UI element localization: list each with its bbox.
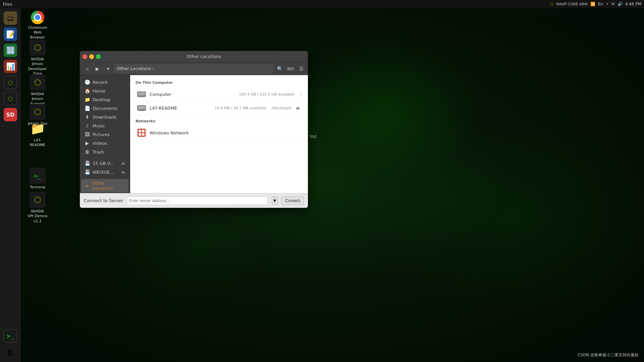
breadcrumb: Other Locations › — [114, 64, 274, 73]
dock-item-nvidia1[interactable]: ⬡ — [2, 75, 18, 90]
l4t-eject-button[interactable]: ⏏ — [294, 105, 301, 111]
dock-item-files[interactable]: 🗂 — [2, 11, 18, 25]
taskbar-left: Files — [3, 2, 12, 7]
volume-icon[interactable]: 🔊 — [618, 2, 623, 6]
videos-icon: ▶ — [85, 140, 90, 146]
sidebar-item-pictures[interactable]: 🖼 Pictures — [81, 130, 128, 139]
music-label: Music — [93, 123, 105, 128]
svg-rect-1 — [138, 92, 145, 96]
nvidia2-icon: ⬡ — [8, 96, 13, 102]
view-list-button[interactable]: ☰ — [297, 64, 306, 73]
window-maximize-button[interactable] — [96, 54, 101, 59]
drive-15gb-label: 15 GB V... — [93, 161, 114, 166]
l4t-readme-name: L4T-README — [150, 106, 211, 111]
sidebar-item-desktop[interactable]: 📁 Desktop — [81, 95, 128, 104]
up-button[interactable]: ▾ — [103, 64, 113, 73]
sidebar-item-trash[interactable]: 🗑 Trash — [81, 147, 128, 156]
music-icon: ♪ — [85, 123, 90, 128]
sidebar-item-downloads[interactable]: ⬇ Downloads — [81, 113, 128, 121]
l4t-size: 16.6 MB / 16.7 MB available — [215, 106, 266, 110]
forward-button[interactable]: ▶ — [93, 64, 102, 73]
wifi-icon[interactable]: 📶 — [590, 2, 595, 6]
server-address-input[interactable] — [127, 196, 268, 205]
connect-button-label: Connect — [285, 198, 300, 203]
connect-button[interactable]: Connect — [281, 196, 304, 205]
calc-icon: 🔢 — [6, 46, 15, 55]
files-dock-icon: 🗂 — [7, 14, 14, 22]
window-minimize-button[interactable] — [89, 54, 94, 59]
dock-item-sd[interactable]: SD — [2, 107, 18, 122]
time-display[interactable]: 4:46 PM — [625, 2, 641, 6]
writer-icon: 📝 — [6, 30, 15, 39]
view-list-icon: ☰ — [299, 66, 304, 71]
networks-section: Networks Windows Network — [136, 119, 303, 140]
forward-icon: ▶ — [96, 66, 99, 71]
dock-item-nvidia2[interactable]: ⬡ — [2, 91, 18, 106]
email-icon[interactable]: ✉ — [611, 2, 615, 6]
documents-label: Documents — [93, 106, 117, 111]
sidebar-item-home[interactable]: 🏠 Home — [81, 86, 128, 95]
dropdown-arrow-icon: ▼ — [273, 199, 276, 202]
back-icon: ◀ — [85, 66, 89, 71]
l4t-readme-item[interactable]: L4T-README 16.6 MB / 16.7 MB available /… — [136, 101, 303, 115]
windows-network-name: Windows Network — [150, 130, 301, 135]
sidebar-item-documents[interactable]: 📄 Documents — [81, 104, 128, 113]
app-title: Files — [3, 2, 12, 7]
search-button[interactable]: 🔍 — [275, 64, 284, 73]
desktop-icon-chromium[interactable]: ChromiumWebBrowser — [24, 11, 51, 40]
desktop-icon-vpi[interactable]: ⬡ NVIDIAVPI Demosv1.2 — [24, 192, 51, 224]
other-locations-label: Other Locations — [92, 181, 125, 191]
content-area: 🕐 Recent 🏠 Home 📁 Desktop 📄 Documents ⬇ — [80, 75, 308, 193]
desktop-icon-terminal[interactable]: >_ Terminal — [24, 168, 51, 190]
drive-15gb-icon: 💾 — [85, 161, 90, 166]
jetson-zoo-icon: ⬡ — [34, 107, 41, 117]
computer-item[interactable]: Computer 105.4 GB / 125.5 GB available / — [136, 87, 303, 101]
nvidia-forums-icon: ⬡ — [34, 78, 41, 87]
videos-label: Videos — [93, 141, 107, 146]
nvidia-dev-icon: ⬡ — [34, 43, 41, 52]
keyboard-layout[interactable]: En — [598, 2, 603, 6]
maxp-label: MAXP CORE ARM — [556, 2, 588, 6]
windows-network-item[interactable]: Windows Network — [136, 126, 303, 140]
desktop-icon: 📁 — [85, 97, 90, 102]
sidebar-item-other-locations[interactable]: + Other Locations — [81, 179, 128, 192]
svg-rect-3 — [140, 97, 144, 97]
up-icon: ▾ — [107, 66, 109, 71]
bluetooth-icon[interactable]: ⚡ — [606, 2, 608, 6]
taskbar: Files ⬡ MAXP CORE ARM 📶 En ⚡ ✉ 🔊 4:46 PM — [0, 0, 644, 8]
view-grid-button[interactable]: ⊞⊟ — [286, 64, 295, 73]
l4t-meta: 16.6 MB / 16.7 MB available /dev/loop0 — [215, 106, 291, 110]
dock-item-terminal[interactable]: >_ — [2, 328, 18, 343]
server-dropdown-button[interactable]: ▼ — [271, 196, 278, 205]
on-this-computer-title: On This Computer — [136, 80, 303, 85]
nvidia-tray-icon[interactable]: ⬡ — [550, 2, 553, 6]
eject-15gb-button[interactable]: ⏏ — [121, 161, 125, 166]
l4t-mount: /dev/loop0 — [272, 106, 291, 110]
window-title: Other Locations — [103, 54, 305, 59]
sidebar-item-15gb[interactable]: 💾 15 GB V... ⏏ — [81, 159, 128, 168]
breadcrumb-text[interactable]: Other Locations — [117, 66, 151, 71]
chromium-icon — [31, 11, 44, 24]
svg-rect-10 — [142, 130, 145, 132]
chromium-label: ChromiumWebBrowser — [28, 25, 47, 40]
window-close-button[interactable] — [83, 54, 87, 59]
trash-label: Trash — [93, 149, 104, 155]
nvidia1-icon: ⬡ — [8, 79, 13, 86]
breadcrumb-arrow: › — [153, 66, 154, 71]
back-button[interactable]: ◀ — [82, 64, 91, 73]
sidebar-item-videos[interactable]: ▶ Videos — [81, 139, 128, 147]
taskbar-right: ⬡ MAXP CORE ARM 📶 En ⚡ ✉ 🔊 4:46 PM — [550, 2, 641, 6]
dock-item-impress[interactable]: 📊 — [2, 59, 18, 74]
windows-network-icon — [137, 128, 146, 137]
dock-item-trash[interactable]: 🗑 — [2, 345, 18, 359]
sidebar-item-recent[interactable]: 🕐 Recent — [81, 78, 128, 86]
sidebar-item-weixue[interactable]: 💾 WEIXUE... ⏏ — [81, 168, 128, 176]
desktop-icon-nvidia-dev[interactable]: ⬡ NVIDIAJetsonDeveloperZone — [24, 40, 51, 76]
connect-to-server-bar: Connect to Server ▼ Connect — [80, 193, 308, 208]
dock-item-calc[interactable]: 🔢 — [2, 43, 18, 58]
eject-weixue-button[interactable]: ⏏ — [121, 170, 125, 174]
svg-point-2 — [144, 96, 145, 97]
sidebar-item-music[interactable]: ♪ Music — [81, 121, 128, 130]
dock-item-writer[interactable]: 📝 — [2, 27, 18, 42]
desktop-icon-l4t[interactable]: 📁 L4T-README — [24, 121, 51, 148]
